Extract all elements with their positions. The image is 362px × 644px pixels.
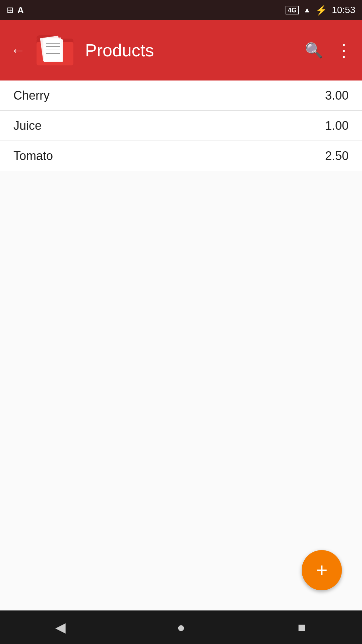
list-item[interactable]: Juice 1.00: [0, 111, 362, 141]
svg-rect-4: [44, 39, 63, 62]
back-arrow-icon: ←: [11, 43, 25, 58]
product-name: Cherry: [13, 89, 50, 103]
nav-back-button[interactable]: ◀: [47, 614, 74, 641]
4g-badge: 4G: [286, 6, 299, 14]
product-name: Juice: [13, 119, 42, 133]
status-bar-right: 4G ▲ ⚡ 10:53: [286, 5, 355, 16]
nav-back-icon: ◀: [55, 620, 66, 635]
product-list: Cherry 3.00 Juice 1.00 Tomato 2.50: [0, 80, 362, 171]
signal-icon: ▲: [303, 6, 311, 14]
nav-home-button[interactable]: ●: [168, 614, 194, 641]
product-price: 2.50: [325, 149, 349, 163]
status-bar: ⊞ A 4G ▲ ⚡ 10:53: [0, 0, 362, 20]
list-item[interactable]: Tomato 2.50: [0, 141, 362, 171]
search-button[interactable]: 🔍: [304, 40, 324, 60]
more-options-icon: ⋮: [336, 41, 353, 60]
app-logo: [35, 29, 75, 72]
add-product-button[interactable]: +: [302, 550, 342, 590]
nav-recents-button[interactable]: ■: [288, 614, 315, 641]
add-icon: +: [316, 560, 327, 580]
product-price: 3.00: [325, 89, 349, 103]
font-icon: A: [17, 5, 24, 15]
status-bar-left: ⊞ A: [7, 5, 24, 15]
product-name: Tomato: [13, 149, 53, 163]
nav-bar: ◀ ● ■: [0, 610, 362, 644]
sim-card-icon: ⊞: [7, 5, 13, 15]
search-icon: 🔍: [305, 42, 323, 59]
battery-icon: ⚡: [315, 5, 327, 16]
page-title: Products: [85, 40, 297, 60]
app-bar: ← Products 🔍 ⋮: [0, 20, 362, 80]
back-button[interactable]: ←: [8, 40, 28, 60]
nav-home-icon: ●: [177, 620, 185, 635]
app-bar-actions: 🔍 ⋮: [304, 40, 354, 60]
content-area: Cherry 3.00 Juice 1.00 Tomato 2.50: [0, 80, 362, 610]
list-item[interactable]: Cherry 3.00: [0, 80, 362, 111]
nav-recents-icon: ■: [298, 620, 306, 635]
product-price: 1.00: [325, 119, 349, 133]
status-time: 10:53: [332, 5, 355, 15]
more-options-button[interactable]: ⋮: [334, 40, 354, 60]
